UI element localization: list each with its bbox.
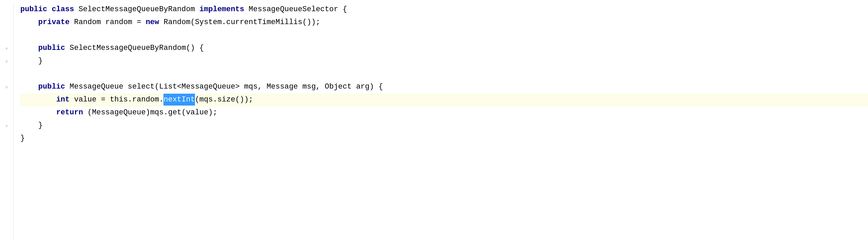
code-line-4: public SelectMessageQueueByRandom() { — [20, 42, 868, 55]
token-indent-2 — [20, 16, 38, 28]
code-line-7: public MessageQueue select(List<MessageQ… — [20, 81, 868, 94]
code-line-9: return (MessageQueue)mqs.get(value); — [20, 107, 868, 119]
gutter-line-9 — [0, 107, 13, 120]
token-int: int — [56, 94, 74, 106]
gutter-line-10[interactable]: ▿ — [0, 120, 13, 133]
token-constructor: Random(System.currentTimeMillis()); — [163, 16, 320, 28]
code-line-5: } — [20, 55, 868, 68]
gutter: ▿ ▿ ▿ ▿ — [0, 3, 14, 241]
token-public-4: public — [38, 42, 70, 54]
code-line-10: } — [20, 119, 868, 132]
token-public-1: public — [20, 3, 52, 15]
gutter-line-4[interactable]: ▿ — [0, 43, 13, 56]
gutter-line-7[interactable]: ▿ — [0, 81, 13, 94]
token-field: Random random = — [74, 16, 145, 28]
code-content: public class SelectMessageQueueByRandom … — [14, 3, 868, 241]
token-indent-4 — [20, 42, 38, 54]
token-method-sig: MessageQueue select(List<MessageQueue> m… — [70, 81, 383, 93]
token-call-args: (mqs.size()); — [195, 94, 253, 106]
token-new: new — [146, 16, 164, 28]
fold-close-icon-10[interactable]: ▿ — [5, 122, 8, 131]
gutter-line-1 — [0, 4, 13, 17]
token-var-decl: value = this.random. — [74, 94, 163, 106]
token-indent-8 — [20, 94, 56, 106]
code-editor: ▿ ▿ ▿ ▿ public class SelectMessageQueueB… — [0, 0, 868, 244]
gutter-line-5[interactable]: ▿ — [0, 56, 13, 69]
fold-icon-4[interactable]: ▿ — [5, 45, 8, 54]
gutter-line-3 — [0, 30, 13, 43]
token-close-5: } — [38, 55, 43, 67]
token-indent-5 — [20, 55, 38, 67]
token-class: class — [52, 3, 78, 15]
code-line-2: private Random random = new Random(Syste… — [20, 16, 868, 29]
code-line-6 — [20, 68, 868, 81]
code-line-3 — [20, 29, 868, 42]
token-indent-7 — [20, 81, 38, 93]
token-implements: implements — [199, 3, 249, 15]
gutter-line-2 — [0, 17, 13, 30]
token-return: return — [56, 107, 87, 118]
gutter-line-11 — [0, 133, 13, 146]
code-line-1: public class SelectMessageQueueByRandom … — [20, 3, 868, 16]
fold-icon-7[interactable]: ▿ — [5, 83, 8, 92]
token-interface: MessageQueueSelector { — [249, 3, 347, 15]
token-indent-9 — [20, 107, 56, 118]
token-return-expr: (MessageQueue)mqs.get(value); — [87, 107, 217, 118]
gutter-line-8 — [0, 94, 13, 107]
token-constructor-name: SelectMessageQueueByRandom() { — [70, 42, 204, 54]
token-public-7: public — [38, 81, 70, 93]
code-line-11: } — [20, 132, 868, 145]
token-classname: SelectMessageQueueByRandom — [79, 3, 199, 15]
token-close-10: } — [38, 119, 43, 131]
code-line-8: int value = this.random.nextInt(mqs.size… — [20, 94, 868, 107]
token-private: private — [38, 16, 74, 28]
token-nextint-selected: nextInt — [163, 94, 195, 106]
fold-close-icon-5[interactable]: ▿ — [5, 58, 8, 67]
token-indent-10 — [20, 119, 38, 131]
token-close-11: } — [20, 132, 25, 144]
gutter-line-6 — [0, 69, 13, 81]
